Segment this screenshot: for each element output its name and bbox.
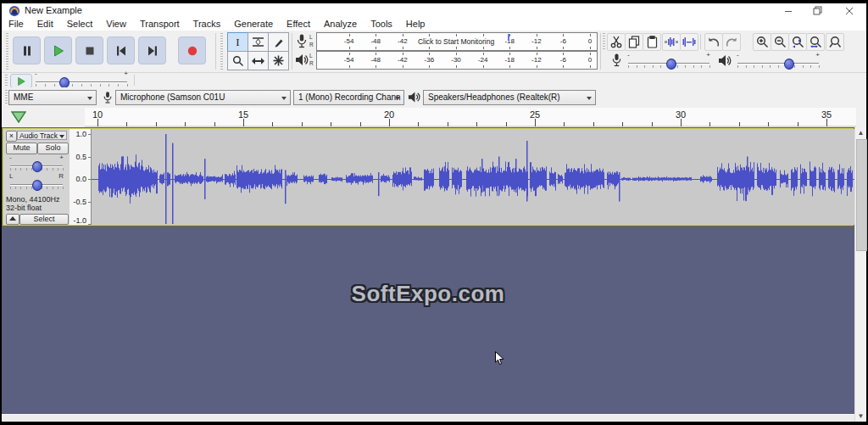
undo-button[interactable] — [704, 33, 723, 51]
slider-track — [737, 63, 819, 64]
recording-device-select[interactable]: Microphone (Samson C01U — [115, 90, 291, 105]
menu-item-help[interactable]: Help — [399, 18, 432, 31]
trim-audio-button[interactable] — [662, 33, 681, 51]
recording-channels-select[interactable]: 1 (Mono) Recording Chann — [293, 90, 404, 105]
recording-meter[interactable]: -54-48-42-18-12-60Click to Start Monitor… — [316, 32, 598, 51]
restore-button[interactable] — [804, 3, 830, 18]
record-icon — [186, 44, 199, 58]
slider-tick — [100, 84, 101, 87]
menu-bar: FileEditSelectViewTransportTracksGenerat… — [2, 18, 866, 31]
menu-item-analyze[interactable]: Analyze — [317, 18, 364, 31]
slider-tick — [810, 65, 811, 68]
scroll-down-arrow-icon[interactable]: ▼ — [855, 411, 866, 422]
stop-button[interactable] — [75, 36, 103, 64]
close-button[interactable] — [837, 3, 862, 18]
device-toolbar-grip[interactable] — [5, 90, 8, 105]
menu-item-file[interactable]: File — [2, 18, 31, 31]
recording-volume-slider[interactable]: -+ — [626, 52, 711, 70]
slider-tick — [762, 65, 763, 68]
transport-toolbar-grip[interactable] — [6, 33, 8, 70]
menu-item-tracks[interactable]: Tracks — [186, 18, 228, 31]
slider-tick — [20, 187, 21, 189]
meter-tick — [456, 34, 457, 36]
slider-tick — [803, 65, 804, 68]
waveform-area[interactable] — [92, 129, 853, 225]
solo-button[interactable]: Solo — [37, 143, 69, 154]
record-button[interactable] — [178, 36, 206, 64]
play-button[interactable] — [44, 36, 72, 64]
vscale-label: -0.5 — [73, 198, 86, 206]
playback-device-select[interactable]: Speakers/Headphones (Realtek(R) — [423, 90, 596, 105]
edit-toolbar-grip[interactable] — [603, 33, 605, 50]
track-pan-slider[interactable]: LR — [8, 173, 64, 192]
app-window: New Example FileEditSelectViewTransportT… — [0, 0, 868, 425]
track-collapse-button[interactable] — [6, 214, 19, 225]
slider-thumb[interactable] — [666, 59, 676, 70]
ruler-tick — [652, 122, 653, 126]
ruler-tick — [389, 119, 390, 126]
speed-toolbar-grip[interactable] — [5, 75, 8, 86]
fit-project-button[interactable] — [806, 33, 825, 51]
horizontal-scrollbar[interactable] — [2, 414, 854, 422]
slider-min-label: L — [9, 172, 13, 180]
vertical-scrollbar-thumb[interactable] — [856, 139, 867, 251]
paste-button[interactable] — [643, 33, 661, 51]
ruler-second-label: 25 — [530, 109, 540, 120]
play-speed-slider[interactable]: -+ — [34, 70, 129, 89]
slider-thumb[interactable] — [32, 161, 42, 172]
audio-host-select[interactable]: MME — [8, 90, 97, 105]
draw-tool-button[interactable] — [268, 32, 289, 52]
slider-tick — [737, 65, 738, 68]
zoom-out-button[interactable] — [771, 33, 789, 51]
vertical-scrollbar[interactable]: ▲ ▼ — [854, 127, 866, 422]
tools-toolbar-grip[interactable] — [220, 33, 223, 70]
menu-item-transport[interactable]: Transport — [133, 18, 186, 31]
skip-to-end-button[interactable] — [138, 36, 166, 64]
menu-item-edit[interactable]: Edit — [31, 18, 60, 31]
selection-tool-button[interactable]: I — [227, 32, 248, 52]
mute-button[interactable]: Mute — [6, 143, 37, 154]
silence-audio-button[interactable] — [680, 33, 698, 51]
cut-button[interactable] — [607, 33, 626, 51]
redo-button[interactable] — [722, 33, 741, 51]
menu-item-select[interactable]: Select — [60, 18, 100, 31]
multi-tool-button[interactable] — [268, 51, 289, 70]
copy-button[interactable] — [625, 33, 643, 51]
collapse-up-triangle-icon — [9, 216, 16, 221]
waveform-canvas[interactable] — [92, 129, 854, 225]
slider-tick — [58, 187, 58, 189]
track-title-menu[interactable]: Audio Track — [17, 131, 67, 140]
playback-meter[interactable]: -54-48-42-36-30-24-18-12-60 — [316, 51, 598, 70]
zoom-in-icon — [756, 36, 769, 48]
time-shift-tool-button[interactable] — [248, 51, 269, 70]
ruler-second-label: 15 — [238, 109, 248, 120]
vertical-scale-ruler[interactable]: 1.00.50.0-0.5-1.0 — [70, 129, 92, 225]
zoom-in-button[interactable] — [753, 33, 771, 51]
menu-item-view[interactable]: View — [99, 18, 133, 31]
ruler-tick — [739, 122, 740, 126]
slider-thumb[interactable] — [784, 59, 794, 70]
skip-to-start-button[interactable] — [107, 36, 135, 64]
scroll-up-arrow-icon[interactable]: ▲ — [855, 127, 866, 138]
playback-volume-slider[interactable]: -+ — [736, 52, 821, 70]
menu-item-effect[interactable]: Effect — [280, 18, 317, 31]
meter-db-label: -48 — [370, 56, 381, 64]
fit-selection-button[interactable] — [788, 33, 807, 51]
zoom-toggle-button[interactable] — [826, 33, 844, 51]
minimize-button[interactable] — [776, 3, 801, 18]
track-gain-slider[interactable]: -+ — [8, 154, 64, 173]
menu-item-tools[interactable]: Tools — [364, 18, 399, 31]
track-select-button[interactable]: Select — [19, 214, 69, 225]
play-at-speed-button[interactable] — [10, 74, 32, 88]
timeline-pin-icon[interactable] — [11, 111, 26, 123]
timeline-ruler[interactable]: 101520253035 — [85, 108, 856, 128]
meter-tick — [537, 65, 537, 68]
envelope-tool-icon — [252, 36, 264, 48]
menu-item-generate[interactable]: Generate — [227, 18, 280, 31]
track-close-button[interactable]: × — [6, 131, 17, 142]
zoom-tool-button[interactable] — [227, 51, 248, 70]
slider-thumb[interactable] — [32, 180, 42, 191]
pause-button[interactable] — [13, 36, 41, 64]
envelope-tool-button[interactable] — [248, 32, 269, 52]
zoom-tool-icon — [232, 55, 244, 67]
